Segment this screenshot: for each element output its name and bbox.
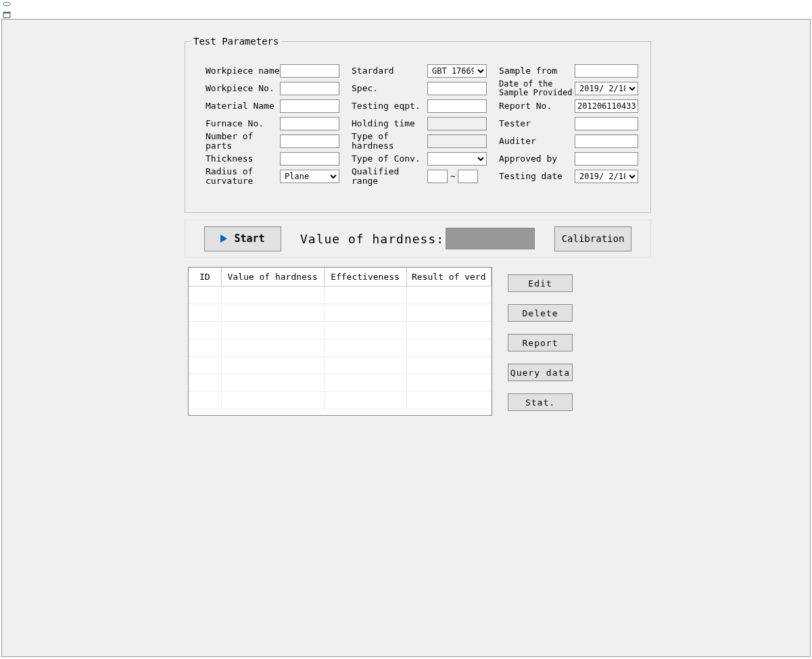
standard-select[interactable]: GBT 17669.: — [427, 64, 487, 78]
table-row[interactable] — [189, 374, 492, 392]
label-thickness: Thickness — [206, 154, 280, 164]
main-panel: Test Parameters Workpiece name Stardard … — [1, 19, 811, 657]
label-number-of-parts: Number of parts — [206, 132, 280, 151]
furnace-no-input[interactable] — [280, 117, 339, 130]
table-header-result: Result of verd — [406, 268, 492, 287]
label-workpiece-name: Workpiece name — [206, 66, 280, 76]
holding-time-display — [427, 117, 487, 130]
sample-from-input[interactable] — [575, 64, 638, 78]
label-auditer: Auditer — [499, 137, 575, 146]
results-table: ID Value of hardness Effectiveness Resul… — [189, 268, 492, 410]
label-approved-by: Approved by — [499, 154, 575, 164]
window-icon — [3, 11, 11, 19]
svg-rect-2 — [3, 12, 10, 14]
start-button[interactable]: Start — [204, 226, 281, 251]
approved-by-input[interactable] — [575, 152, 638, 166]
label-holding-time: Holding time — [352, 119, 427, 128]
side-buttons: Edit Delete Report Query data Stat. — [508, 274, 573, 411]
label-radius-of-curvature: Radius of curvature — [206, 167, 280, 187]
delete-button[interactable]: Delete — [508, 304, 573, 322]
stat-button[interactable]: Stat. — [508, 393, 573, 411]
table-row[interactable] — [189, 322, 492, 339]
label-spec: Spec. — [352, 84, 427, 93]
label-report-no: Report No. — [499, 101, 575, 111]
table-row[interactable] — [189, 357, 492, 374]
results-table-wrap: ID Value of hardness Effectiveness Resul… — [188, 267, 492, 416]
label-type-of-conv: Type of Conv. — [352, 154, 427, 164]
test-parameters-group: Test Parameters Workpiece name Stardard … — [185, 41, 651, 213]
spec-input[interactable] — [427, 82, 487, 95]
tester-input[interactable] — [575, 117, 638, 130]
table-header-effectiveness: Effectiveness — [324, 268, 406, 287]
svg-point-0 — [3, 3, 10, 6]
report-button[interactable]: Report — [508, 334, 573, 351]
thickness-input[interactable] — [280, 152, 339, 166]
testing-date-select[interactable]: 2019/ 2/18 — [575, 170, 638, 183]
start-button-label: Start — [234, 233, 264, 245]
testing-eqpt-input[interactable] — [427, 99, 487, 113]
table-row[interactable] — [189, 304, 492, 322]
workpiece-name-input[interactable] — [280, 64, 339, 78]
calibration-button[interactable]: Calibration — [554, 226, 631, 251]
label-testing-date: Testing date — [499, 172, 575, 181]
material-name-input[interactable] — [280, 99, 339, 113]
query-data-button[interactable]: Query data — [508, 364, 573, 381]
workpiece-no-input[interactable] — [280, 82, 339, 95]
label-sample-from: Sample from — [499, 66, 575, 76]
label-material-name: Material Name — [206, 101, 280, 111]
auditer-input[interactable] — [575, 135, 638, 148]
hardness-value-label: Value of hardness: — [300, 232, 444, 246]
app-icon — [3, 1, 11, 9]
table-row[interactable] — [189, 287, 492, 304]
table-row[interactable] — [189, 339, 492, 357]
label-standard: Stardard — [352, 66, 427, 76]
range-tilde: ~ — [450, 172, 455, 181]
date-sample-provided-select[interactable]: 2019/ 2/18 — [575, 82, 638, 95]
action-bar: Start Value of hardness: Calibration — [185, 220, 651, 258]
table-header-value: Value of hardness — [221, 268, 324, 287]
label-testing-eqpt: Testing eqpt. — [352, 101, 427, 111]
radius-of-curvature-select[interactable]: Plane — [280, 170, 339, 183]
play-icon — [220, 235, 227, 243]
number-of-parts-input[interactable] — [280, 135, 339, 148]
groupbox-title: Test Parameters — [191, 36, 281, 47]
qualified-range-min-input[interactable] — [427, 170, 448, 183]
label-workpiece-no: Workpiece No. — [206, 84, 280, 93]
qualified-range-max-input[interactable] — [458, 170, 478, 183]
type-of-hardness-display — [427, 135, 487, 148]
label-type-of-hardness: Type of hardness — [352, 132, 427, 151]
title-bar — [0, 0, 812, 19]
label-furnace-no: Furnace No. — [206, 119, 280, 128]
edit-button[interactable]: Edit — [508, 274, 573, 292]
label-date-sample-provided: Date of the Sample Provided — [499, 80, 575, 97]
label-tester: Tester — [499, 119, 575, 128]
type-of-conv-select[interactable] — [427, 152, 487, 166]
hardness-value-display — [446, 228, 535, 249]
report-no-input[interactable] — [575, 99, 638, 113]
table-row[interactable] — [189, 392, 492, 410]
table-header-id: ID — [189, 268, 221, 287]
label-qualified-range: Qualified range — [352, 167, 427, 187]
